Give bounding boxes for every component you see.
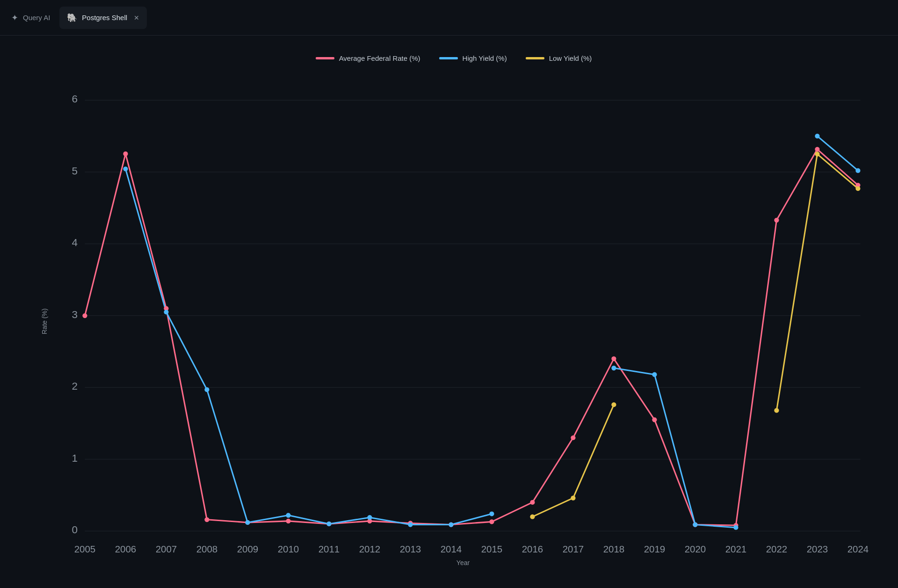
svg-text:2014: 2014 bbox=[441, 544, 462, 554]
query-ai-icon: ✦ bbox=[11, 13, 18, 23]
dot-hy-1 bbox=[123, 167, 128, 171]
dot-avg-5 bbox=[286, 519, 290, 523]
svg-text:2005: 2005 bbox=[74, 544, 96, 554]
dot-avg-1 bbox=[123, 152, 128, 156]
dot-avg-12 bbox=[571, 436, 575, 440]
dot-hy-9 bbox=[449, 522, 453, 527]
svg-text:6: 6 bbox=[72, 93, 78, 105]
dot-ly-19 bbox=[855, 186, 860, 191]
tab-postgres-shell[interactable]: 🐘 Postgres Shell ✕ bbox=[59, 7, 147, 29]
dot-ly-11 bbox=[530, 515, 535, 519]
legend-label-avg-federal: Average Federal Rate (%) bbox=[339, 54, 420, 62]
dot-avg-11 bbox=[530, 500, 535, 505]
svg-text:2022: 2022 bbox=[766, 544, 788, 554]
dot-ly-13 bbox=[611, 402, 616, 407]
svg-text:2006: 2006 bbox=[115, 544, 137, 554]
avg-federal-rate-line bbox=[85, 149, 858, 525]
svg-text:2019: 2019 bbox=[644, 544, 666, 554]
legend-high-yield: High Yield (%) bbox=[439, 54, 507, 62]
legend-label-high-yield: High Yield (%) bbox=[463, 54, 507, 62]
legend-low-yield: Low Yield (%) bbox=[526, 54, 592, 62]
svg-text:1: 1 bbox=[72, 452, 78, 464]
svg-text:4: 4 bbox=[72, 237, 78, 248]
svg-text:2: 2 bbox=[72, 380, 78, 392]
svg-text:2023: 2023 bbox=[807, 544, 828, 554]
dot-hy-13 bbox=[611, 366, 616, 370]
svg-text:2017: 2017 bbox=[563, 544, 584, 554]
x-axis-label: Year bbox=[56, 559, 870, 566]
dot-avg-3 bbox=[204, 517, 209, 522]
svg-text:2024: 2024 bbox=[847, 544, 869, 554]
legend-avg-federal: Average Federal Rate (%) bbox=[316, 54, 420, 62]
svg-text:2009: 2009 bbox=[237, 544, 259, 554]
dot-hy-10 bbox=[489, 511, 494, 516]
dot-hy-6 bbox=[326, 522, 331, 526]
svg-text:2018: 2018 bbox=[603, 544, 625, 554]
dot-hy-8 bbox=[408, 522, 413, 527]
svg-text:5: 5 bbox=[72, 165, 78, 177]
svg-text:2015: 2015 bbox=[481, 544, 503, 554]
legend-color-avg-federal bbox=[316, 57, 334, 59]
svg-text:2016: 2016 bbox=[522, 544, 543, 554]
svg-text:3: 3 bbox=[72, 309, 78, 320]
svg-text:2007: 2007 bbox=[156, 544, 177, 554]
svg-text:2011: 2011 bbox=[319, 544, 340, 554]
dot-hy-14 bbox=[652, 372, 657, 377]
dot-avg-0 bbox=[82, 313, 87, 318]
dot-hy-5 bbox=[286, 513, 290, 517]
legend-label-low-yield: Low Yield (%) bbox=[549, 54, 592, 62]
y-axis-label: Rate (%) bbox=[37, 76, 51, 566]
dot-hy-2 bbox=[164, 310, 168, 314]
dot-avg-13 bbox=[611, 356, 616, 361]
dot-hy-4 bbox=[245, 520, 250, 525]
dot-avg-14 bbox=[652, 417, 657, 422]
dot-ly-17 bbox=[774, 408, 779, 413]
svg-text:2008: 2008 bbox=[196, 544, 218, 554]
chart-svg: 0 1 2 3 4 5 6 2005 2006 2007 2008 2009 2… bbox=[56, 76, 870, 555]
dot-avg-17 bbox=[774, 218, 779, 222]
svg-text:2021: 2021 bbox=[725, 544, 747, 554]
dot-avg-10 bbox=[489, 519, 494, 524]
svg-text:2012: 2012 bbox=[359, 544, 381, 554]
tab-query-ai[interactable]: ✦ Query AI bbox=[4, 7, 58, 29]
svg-text:2013: 2013 bbox=[400, 544, 421, 554]
tab-query-ai-label: Query AI bbox=[23, 14, 50, 22]
dot-hy-19 bbox=[855, 168, 860, 173]
chart-area: Rate (%) 0 1 2 3 4 5 6 bbox=[37, 76, 870, 566]
dot-ly-18 bbox=[815, 152, 819, 156]
chart-inner: 0 1 2 3 4 5 6 2005 2006 2007 2008 2009 2… bbox=[56, 76, 870, 566]
chart-legend: Average Federal Rate (%) High Yield (%) … bbox=[37, 54, 870, 62]
postgres-icon: 🐘 bbox=[67, 13, 77, 23]
dot-ly-12 bbox=[571, 496, 575, 501]
svg-text:0: 0 bbox=[72, 524, 78, 536]
legend-color-high-yield bbox=[439, 57, 458, 59]
dot-hy-18 bbox=[815, 134, 819, 138]
tab-close-button[interactable]: ✕ bbox=[134, 14, 139, 22]
svg-text:2020: 2020 bbox=[685, 544, 706, 554]
dot-hy-3 bbox=[204, 387, 209, 392]
tab-postgres-shell-label: Postgres Shell bbox=[82, 14, 127, 22]
legend-color-low-yield bbox=[526, 57, 544, 59]
dot-avg-18 bbox=[815, 147, 819, 152]
svg-text:2010: 2010 bbox=[278, 544, 299, 554]
dot-hy-16 bbox=[733, 525, 738, 530]
chart-container: Average Federal Rate (%) High Yield (%) … bbox=[0, 36, 898, 588]
dot-hy-15 bbox=[693, 522, 697, 527]
dot-hy-7 bbox=[367, 515, 372, 520]
tab-bar: ✦ Query AI 🐘 Postgres Shell ✕ bbox=[0, 0, 898, 36]
